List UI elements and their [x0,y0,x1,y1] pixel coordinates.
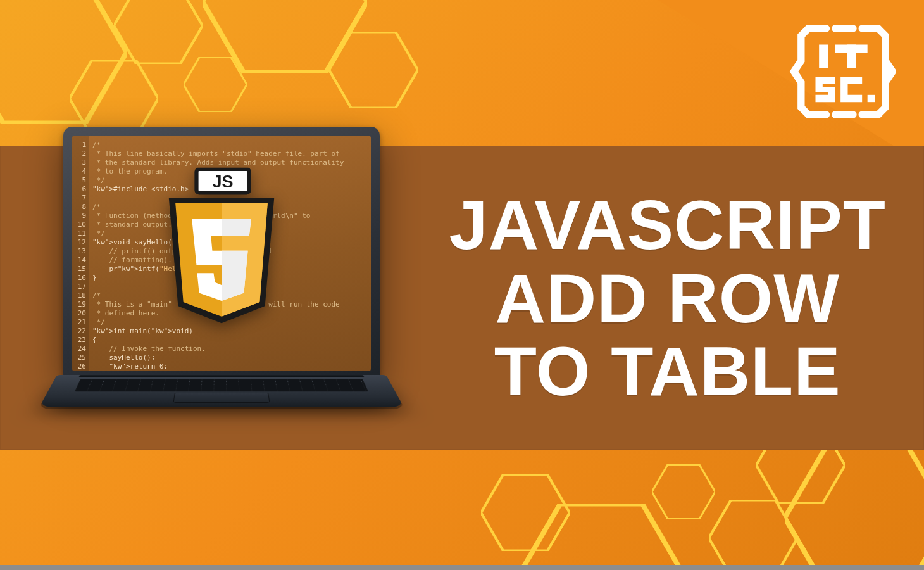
laptop-graphic: 1 2 3 4 5 6 7 8 9 10 11 12 13 14 15 16 1… [44,127,399,469]
svg-marker-5 [329,32,418,108]
svg-rect-21 [868,95,875,102]
laptop-keyboard [75,379,369,391]
itsc-logo-icon [789,18,896,125]
page-title: JAVASCRIPT ADD ROW TO TABLE [449,188,886,408]
svg-marker-3 [184,58,247,112]
svg-marker-0 [0,0,127,123]
laptop-screen: 1 2 3 4 5 6 7 8 9 10 11 12 13 14 15 16 1… [72,136,371,371]
svg-marker-1 [114,0,203,64]
svg-text:JS: JS [213,172,234,191]
svg-marker-10 [519,504,684,570]
svg-marker-2 [70,60,158,136]
title-line-3: TO TABLE [449,334,886,408]
code-line-numbers: 1 2 3 4 5 6 7 8 9 10 11 12 13 14 15 16 1… [72,136,89,371]
svg-marker-11 [481,474,570,550]
bottom-frame-line [0,565,924,570]
svg-marker-6 [785,447,924,570]
javascript-shield-icon: JS [155,168,288,332]
title-line-2: ADD ROW [449,261,886,334]
title-line-1: JAVASCRIPT [449,188,886,262]
svg-marker-4 [203,0,367,72]
svg-rect-20 [847,45,856,68]
svg-marker-7 [709,500,797,570]
laptop-lid: 1 2 3 4 5 6 7 8 9 10 11 12 13 14 15 16 1… [63,127,380,380]
svg-rect-18 [819,45,828,68]
laptop-trackpad [173,393,270,402]
laptop-base [44,375,399,451]
svg-marker-28 [222,219,251,236]
svg-marker-9 [652,465,715,519]
